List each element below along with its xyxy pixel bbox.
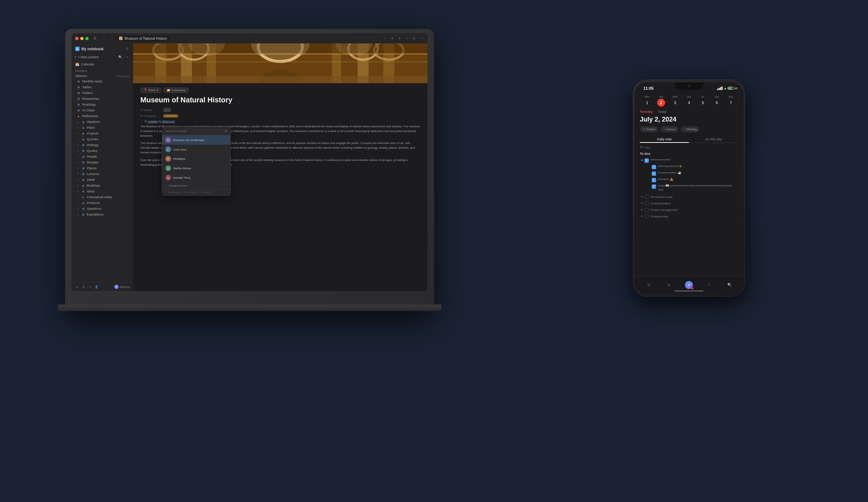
popup-item-pkmbeth[interactable]: P PKMBeth: [162, 154, 230, 163]
add-lecture-button[interactable]: + Lecture: [660, 126, 678, 132]
expand-icon: ▸: [77, 155, 80, 158]
nav-grid[interactable]: ⊟: [659, 283, 679, 287]
close-button[interactable]: [75, 37, 78, 40]
more-icon[interactable]: —: [419, 36, 424, 41]
other-bullet: [641, 209, 643, 210]
popup-item-erasmus[interactable]: E Erasmus von Rotterdam: [162, 135, 230, 145]
maximize-button[interactable]: [85, 37, 89, 40]
place-breadcrumb[interactable]: 📍 Place ▾: [140, 88, 161, 93]
expand-icon[interactable]: ⤢: [383, 36, 388, 41]
user-icon[interactable]: 👤: [94, 284, 99, 289]
more-options-icon[interactable]: ···: [735, 110, 738, 114]
pin-icon[interactable]: ✦: [397, 36, 402, 41]
day-num-5[interactable]: 5: [699, 99, 707, 107]
sidebar-item-queries[interactable]: ▸ ◈ Queries: [72, 136, 133, 142]
popup-create-person[interactable]: + Create Person: [162, 182, 230, 189]
day-num-2-today[interactable]: 2: [657, 99, 665, 107]
sidebar-item-readings[interactable]: ⊞ Readings: [72, 102, 133, 107]
sidebar-item-ideations[interactable]: ▸ ◈ Ideations: [72, 119, 133, 125]
settings-footer-icon[interactable]: ⚙: [75, 284, 80, 289]
visited-toggle[interactable]: [163, 108, 171, 112]
nav-profile[interactable]: B: [679, 281, 699, 289]
sidebar-item-quotes[interactable]: ▸ ⊞ Quotes: [72, 148, 133, 154]
sidebar-item-writings[interactable]: ▸ ⊞ Writings: [72, 142, 133, 148]
nav-search[interactable]: 🔍: [719, 283, 740, 287]
nav-menu[interactable]: ☰: [638, 283, 659, 287]
bookmark-icon[interactable]: ☆: [404, 36, 409, 41]
sidebar-item-label: Readings: [82, 103, 96, 106]
sidebar-item-label: Writings: [87, 143, 98, 147]
sidebar-item-monthly-notes[interactable]: ⊞ Monthly notes: [72, 78, 133, 84]
day-num-3[interactable]: 3: [671, 99, 679, 107]
tags-section: 🏷 Tags: [640, 146, 738, 149]
sidebar-item-reflections[interactable]: ● Reflections: [72, 113, 133, 119]
person-link[interactable]: @person/: [162, 120, 175, 123]
sidebar-item-places[interactable]: ▸ ⊞ Places: [72, 165, 133, 171]
sidebar-item-expeditions[interactable]: ▸ ⊞ Expeditions: [72, 212, 133, 217]
plus-icon: +: [165, 184, 167, 187]
tab-daily-note[interactable]: Daily note: [640, 136, 689, 142]
sidebar-item-folders[interactable]: ⊞ Folders: [72, 90, 133, 96]
edit-icon[interactable]: ✏: [124, 54, 130, 60]
layout-icon[interactable]: ⊟: [412, 36, 417, 41]
day-num-6[interactable]: 6: [713, 99, 721, 107]
programming-check[interactable]: [644, 214, 649, 218]
popup-item-steffen[interactable]: S Steffen Bisher: [162, 163, 230, 173]
workspace-settings-icon[interactable]: ⚙: [124, 46, 129, 51]
forward-arrow-icon[interactable]: →: [108, 35, 115, 42]
sidebar-item-projects[interactable]: ▸ ◈ Projects: [72, 131, 133, 136]
meditate-check[interactable]: ✓: [652, 178, 656, 182]
search-icon[interactable]: 🔍: [117, 54, 123, 60]
day-num-7[interactable]: 7: [727, 99, 735, 107]
popup-more-icon[interactable]: ⊞: [225, 129, 227, 133]
new-content-label: + New content: [78, 55, 99, 59]
sidebar-item-conceptual[interactable]: ▸ ▸ Conceptual notes: [72, 194, 133, 200]
london-link[interactable]: London: [148, 120, 158, 123]
sidebar-item-buildings[interactable]: ▸ ◈ Buildings: [72, 183, 133, 188]
grid-icon: ⊞: [77, 80, 80, 83]
shortcut-icon[interactable]: ⌘: [81, 284, 86, 289]
sidebar-item-zettel[interactable]: ▸ ◈ Zettel: [72, 177, 133, 183]
back-arrow-icon[interactable]: ←: [100, 35, 107, 42]
popup-item-quinlan[interactable]: Q Quinlan Terry: [162, 173, 230, 182]
popup-search-input[interactable]: [165, 129, 223, 133]
sidebar-item-people[interactable]: ▸ ⊞ People: [72, 154, 133, 159]
sidebar-calendar[interactable]: 📅 Calendar: [72, 61, 133, 67]
communication-check[interactable]: [644, 201, 649, 205]
day-num-1[interactable]: 1: [643, 99, 651, 107]
sidebar-item-ideas[interactable]: ▸ ◈ Ideas: [72, 188, 133, 194]
meditate-text: Meditate 🧘: [658, 177, 673, 181]
minimize-button[interactable]: [80, 37, 84, 40]
sidebar-item-questions[interactable]: ▸ ⊞ Questions: [72, 206, 133, 212]
sidebar-item-tables[interactable]: ⊞ Tables: [72, 84, 133, 90]
tab-on-this-day[interactable]: On this day: [689, 136, 738, 142]
collections-breadcrumb[interactable]: 📁 Collections: [163, 88, 189, 93]
sidebar-item-products[interactable]: ▸ ◈ Products: [72, 200, 133, 206]
new-type-button[interactable]: + New type: [115, 75, 129, 78]
sidebar-item-recipes[interactable]: ▸ ⊞ Recipes: [72, 159, 133, 165]
morning-stretch-check[interactable]: ✓: [652, 165, 656, 169]
sidebar-item-researches[interactable]: ⊞ Researches: [72, 96, 133, 102]
laptop-screen: ☰ ← → Museum of Natural History ⤢: [72, 33, 427, 291]
settings-icon[interactable]: ⚙: [390, 36, 395, 41]
communication-text: Communication: [651, 202, 671, 205]
search-create-popup: ⊞ E Erasmus von Rotterdam L Luca Joos: [162, 127, 231, 196]
prepare-coffee-check[interactable]: ✓: [652, 171, 656, 176]
sidebar-item-chats[interactable]: ⊞ AI Chats: [72, 107, 133, 113]
work-launch-check[interactable]: [644, 195, 649, 199]
place-label: Place: [148, 89, 156, 92]
read-check[interactable]: ✓: [652, 184, 656, 189]
phone-content: Mon 1 Tue 2 Wed 3: [635, 93, 743, 276]
new-content-button[interactable]: + + New content: [75, 55, 99, 59]
sidebar-toggle-icon[interactable]: ☰: [92, 36, 97, 41]
add-project-button[interactable]: ⊕ Project: [640, 126, 658, 132]
add-meeting-button[interactable]: + Meeting: [681, 126, 699, 132]
sidebar-item-lectures[interactable]: ▸ ⊞ Lectures: [72, 171, 133, 177]
popup-item-luca[interactable]: L Luca Joos: [162, 145, 230, 154]
morning-routine-check[interactable]: ✓: [644, 158, 649, 163]
day-num-4[interactable]: 4: [685, 99, 693, 107]
nav-add[interactable]: +: [699, 283, 719, 287]
sidebar-item-plans[interactable]: ▸ ◈ Plans: [72, 125, 133, 131]
star-icon[interactable]: ✦: [88, 284, 93, 289]
project-mgmt-check[interactable]: [644, 208, 649, 212]
